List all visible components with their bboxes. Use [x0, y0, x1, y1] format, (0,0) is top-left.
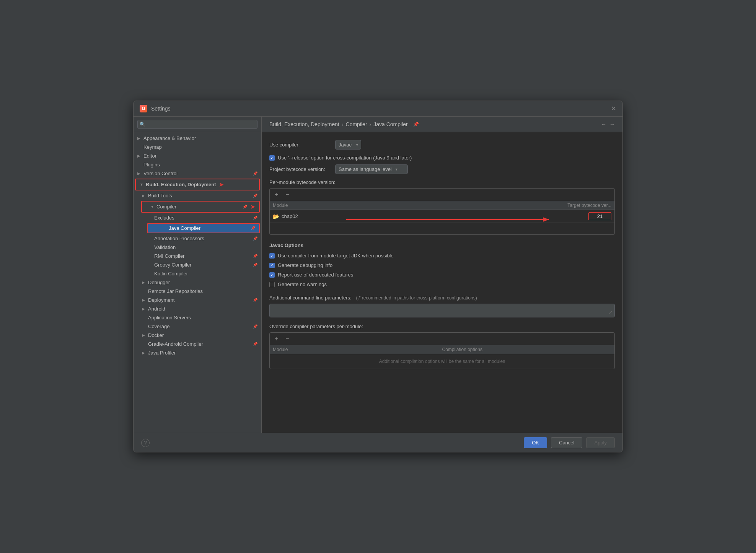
sidebar-item-app-servers[interactable]: Application Servers [134, 313, 261, 322]
add-module-button[interactable]: + [273, 191, 280, 198]
sidebar-item-keymap[interactable]: Keymap [134, 143, 261, 151]
sidebar-item-kotlin-compiler[interactable]: Kotlin Compiler [134, 269, 261, 278]
option1-label: Use compiler from module target JDK when… [278, 253, 394, 259]
compiler-select[interactable]: Javac [335, 140, 361, 150]
additional-params-wrap: ⤢ [269, 304, 615, 317]
apply-button[interactable]: Apply [586, 437, 615, 448]
pin-icon: 📌 [253, 254, 257, 258]
cross-compile-label: Use '--release' option for cross-compila… [278, 155, 412, 161]
cross-compile-checkbox[interactable]: ✓ [269, 155, 275, 161]
per-module-section: Per-module bytecode version: [269, 179, 615, 185]
override-col-options-header: Compilation options [442, 347, 612, 352]
nav-back-button[interactable]: ← [601, 121, 606, 127]
sidebar-item-android[interactable]: ▶ Android [134, 304, 261, 313]
table-empty-space [270, 223, 614, 234]
breadcrumb-sep1: › [342, 121, 344, 127]
sidebar-item-label: Docker [148, 332, 164, 338]
additional-params-row: Additional command line parameters: ('/'… [269, 295, 615, 301]
sidebar-item-build-exec[interactable]: ▼ Build, Execution, Deployment ➤ [135, 179, 260, 190]
sidebar-item-java-compiler[interactable]: Java Compiler 📌 [147, 223, 260, 233]
option1-row: ✓ Use compiler from module target JDK wh… [269, 253, 615, 259]
breadcrumb-pin: 📌 [413, 122, 419, 127]
sidebar-item-remote-jar[interactable]: Remote Jar Repositories [134, 287, 261, 296]
checkbox-icon: ✓ [270, 254, 274, 258]
add-override-button[interactable]: + [273, 335, 280, 343]
sidebar-item-build-tools[interactable]: ▶ Build Tools 📌 [134, 191, 261, 200]
sidebar-item-label: Remote Jar Repositories [148, 288, 203, 294]
sidebar-item-deployment[interactable]: ▶ Deployment 📌 [134, 296, 261, 304]
javac-options-title: Javac Options [269, 242, 615, 248]
dialog-title: Settings [151, 106, 171, 112]
sidebar-item-appearance[interactable]: ▶ Appearance & Behavior [134, 134, 261, 143]
pin-icon: 📌 [253, 194, 257, 198]
expand-icon: ▶ [142, 307, 147, 311]
red-arrow-icon: ➤ [219, 181, 224, 188]
override-toolbar: + − [270, 333, 614, 345]
bytecode-input[interactable] [588, 212, 611, 220]
pin-icon: 📌 [253, 324, 257, 329]
main-content: 🔍 ▶ Appearance & Behavior Keymap ▶ [134, 117, 622, 433]
sidebar-item-label: Android [148, 306, 165, 312]
pin-icon: 📌 [253, 216, 257, 220]
title-bar: IJ Settings ✕ [134, 101, 622, 117]
sidebar-item-editor[interactable]: ▶ Editor [134, 151, 261, 160]
remove-module-button[interactable]: − [284, 191, 291, 198]
content-panel: Build, Execution, Deployment › Compiler … [262, 117, 622, 433]
nav-forward-button[interactable]: → [609, 121, 615, 127]
option1-checkbox[interactable]: ✓ [269, 253, 275, 259]
expand-icon[interactable]: ⤢ [609, 310, 613, 315]
sidebar-item-coverage[interactable]: Coverage 📌 [134, 322, 261, 331]
search-input[interactable] [137, 120, 257, 129]
breadcrumb: Build, Execution, Deployment › Compiler … [269, 121, 419, 127]
ok-button[interactable]: OK [524, 437, 547, 448]
sidebar-item-label: Editor [143, 153, 156, 159]
sidebar-item-docker[interactable]: ▶ Docker [134, 331, 261, 340]
sidebar-item-annotation-proc[interactable]: Annotation Processors 📌 [134, 234, 261, 243]
expand-icon: ▶ [142, 333, 147, 337]
col-module-header: Module [273, 203, 543, 208]
sidebar-item-label: Build Tools [148, 193, 172, 198]
sidebar-item-plugins[interactable]: Plugins [134, 160, 261, 169]
breadcrumb-build: Build, Execution, Deployment [269, 121, 339, 127]
option2-row: ✓ Generate debugging info [269, 262, 615, 268]
sidebar-item-debugger[interactable]: ▶ Debugger [134, 278, 261, 287]
red-arrow-icon2: ➤ [250, 203, 255, 210]
sidebar-item-rmi-compiler[interactable]: RMI Compiler 📌 [134, 252, 261, 260]
sidebar-item-gradle-android[interactable]: Gradle-Android Compiler 📌 [134, 340, 261, 348]
close-button[interactable]: ✕ [610, 106, 616, 112]
breadcrumb-sep2: › [370, 121, 371, 127]
option4-checkbox[interactable] [269, 282, 275, 287]
sidebar-item-label: Groovy Compiler [154, 262, 192, 268]
checkbox-icon: ✓ [270, 273, 274, 277]
override-table: + − Module Compilation options Additiona… [269, 332, 615, 369]
per-module-toolbar: + − [270, 189, 614, 201]
sidebar-item-label: Version Control [143, 171, 178, 176]
additional-params-input[interactable] [269, 304, 615, 317]
per-module-table-header: Module Target bytecode ver... [270, 201, 614, 210]
sidebar-item-label: Keymap [143, 144, 162, 150]
remove-override-button[interactable]: − [284, 335, 291, 343]
expand-icon: ▶ [137, 171, 142, 176]
sidebar-item-version-control[interactable]: ▶ Version Control 📌 [134, 169, 261, 178]
sidebar-item-excludes[interactable]: Excludes 📌 [134, 213, 261, 222]
cancel-button[interactable]: Cancel [551, 437, 582, 448]
option2-checkbox[interactable]: ✓ [269, 263, 275, 268]
sidebar-item-label: Java Profiler [148, 350, 176, 356]
sidebar: 🔍 ▶ Appearance & Behavior Keymap ▶ [134, 117, 262, 433]
project-bytecode-dropdown[interactable]: Same as language level [335, 164, 408, 174]
pin-icon: 📌 [253, 236, 257, 241]
sidebar-item-label: Coverage [148, 324, 169, 329]
help-button[interactable]: ? [141, 439, 150, 447]
module-name: chap02 [282, 213, 298, 219]
table-row: 📂 chap02 [270, 210, 614, 223]
expand-icon: ▶ [142, 351, 147, 355]
additional-params-label: Additional command line parameters: [269, 295, 352, 301]
sidebar-item-groovy-compiler[interactable]: Groovy Compiler 📌 [134, 260, 261, 269]
option3-checkbox[interactable]: ✓ [269, 272, 275, 278]
expand-icon: ▶ [142, 280, 147, 285]
breadcrumb-compiler: Compiler [346, 121, 367, 127]
sidebar-item-java-profiler[interactable]: ▶ Java Profiler [134, 348, 261, 357]
override-table-header: Module Compilation options [270, 345, 614, 354]
sidebar-item-validation[interactable]: Validation [134, 243, 261, 252]
sidebar-item-compiler[interactable]: ▼ Compiler 📌 ➤ [141, 201, 260, 213]
